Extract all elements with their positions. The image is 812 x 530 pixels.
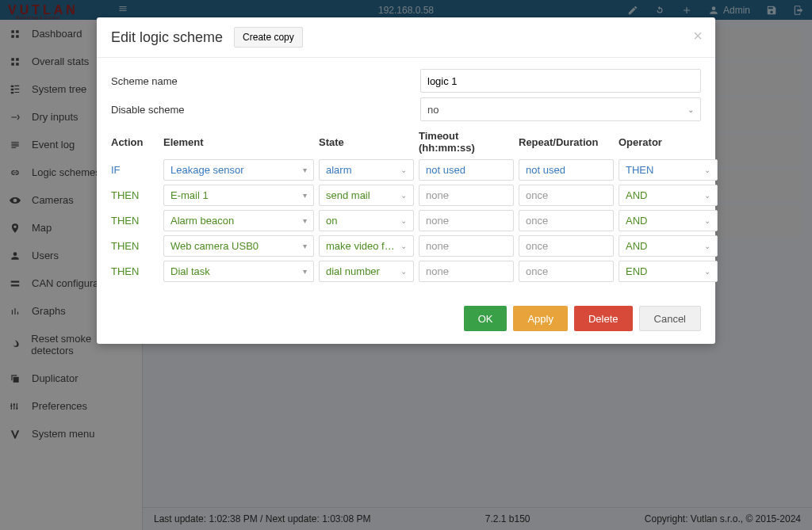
caret-down-icon: ⌄ <box>400 166 407 174</box>
logic-rules-table: Action Element State Timeout (hh:mm:ss) … <box>111 129 701 283</box>
state-select[interactable]: dial number⌄ <box>319 261 414 282</box>
caret-down-icon: ⌄ <box>400 216 407 225</box>
repeat-value[interactable]: not used <box>519 159 614 181</box>
create-copy-button[interactable]: Create copy <box>234 27 303 48</box>
caret-down-icon: ⌄ <box>400 242 407 250</box>
element-select[interactable]: E-mail 1▾ <box>163 185 314 206</box>
delete-button[interactable]: Delete <box>574 306 633 331</box>
state-select[interactable]: send mail⌄ <box>319 185 414 206</box>
state-select[interactable]: make video for log⌄ <box>319 235 414 257</box>
caret-down-icon: ⌄ <box>704 267 710 276</box>
element-select[interactable]: Alarm beacon▾ <box>163 210 314 231</box>
logic-rule-row: IF Leakage sensor▾ alarm⌄ not used not u… <box>111 158 701 181</box>
th-action: Action <box>111 136 159 150</box>
timeout-value[interactable]: none <box>419 235 514 257</box>
rule-action: THEN <box>111 189 159 201</box>
disable-scheme-value: no <box>427 104 439 116</box>
scheme-name-label: Scheme name <box>111 75 420 87</box>
repeat-value[interactable]: once <box>519 235 614 257</box>
scheme-name-input[interactable] <box>420 69 701 93</box>
caret-down-icon: ▾ <box>303 166 307 174</box>
caret-down-icon: ▾ <box>303 242 307 250</box>
timeout-value[interactable]: not used <box>419 159 514 181</box>
logic-rule-row: THEN E-mail 1▾ send mail⌄ none once AND⌄ <box>111 184 701 207</box>
operator-select[interactable]: THEN⌄ <box>619 159 718 181</box>
logic-rule-row: THEN Alarm beacon▾ on⌄ none once AND⌄ <box>111 209 701 232</box>
logic-rule-row: THEN Web camera USB0▾ make video for log… <box>111 234 701 257</box>
operator-select[interactable]: AND⌄ <box>619 235 718 257</box>
timeout-value[interactable]: none <box>419 185 514 206</box>
modal-title: Edit logic scheme <box>111 29 223 46</box>
disable-scheme-select[interactable]: no ⌄ <box>420 97 701 121</box>
th-element: Element <box>163 136 314 150</box>
edit-logic-scheme-modal: Edit logic scheme Create copy × Scheme n… <box>97 17 715 344</box>
rule-action: THEN <box>111 265 159 277</box>
logic-rule-row: THEN Dial task▾ dial number⌄ none once E… <box>111 260 701 283</box>
repeat-value[interactable]: once <box>519 185 614 206</box>
rule-action: IF <box>111 164 159 176</box>
caret-down-icon: ▾ <box>303 191 307 200</box>
operator-select[interactable]: AND⌄ <box>619 185 718 206</box>
repeat-value[interactable]: once <box>519 210 614 231</box>
th-timeout: Timeout (hh:mm:ss) <box>419 130 514 155</box>
ok-button[interactable]: OK <box>464 306 508 331</box>
rule-action: THEN <box>111 215 159 227</box>
caret-down-icon: ⌄ <box>704 166 710 174</box>
element-select[interactable]: Web camera USB0▾ <box>163 235 314 257</box>
timeout-value[interactable]: none <box>419 210 514 231</box>
caret-down-icon: ⌄ <box>400 191 407 200</box>
operator-select[interactable]: END⌄ <box>619 261 718 282</box>
element-select[interactable]: Leakage sensor▾ <box>163 159 314 181</box>
caret-down-icon: ⌄ <box>704 242 710 250</box>
caret-down-icon: ▾ <box>303 216 307 225</box>
state-select[interactable]: on⌄ <box>319 210 414 231</box>
caret-down-icon: ▾ <box>303 267 307 276</box>
timeout-value[interactable]: none <box>419 261 514 282</box>
repeat-value[interactable]: once <box>519 261 614 282</box>
cancel-button[interactable]: Cancel <box>639 306 701 331</box>
th-operator: Operator <box>619 136 718 150</box>
disable-scheme-label: Disable scheme <box>111 104 420 116</box>
rule-action: THEN <box>111 240 159 252</box>
close-icon[interactable]: × <box>693 27 703 45</box>
caret-down-icon: ⌄ <box>704 191 710 200</box>
operator-select[interactable]: AND⌄ <box>619 210 718 231</box>
apply-button[interactable]: Apply <box>513 306 568 331</box>
state-select[interactable]: alarm⌄ <box>319 159 414 181</box>
modal-footer: OK Apply Delete Cancel <box>97 298 715 344</box>
th-repeat: Repeat/Duration <box>519 136 614 150</box>
chevron-down-icon: ⌄ <box>688 105 694 114</box>
caret-down-icon: ⌄ <box>704 216 710 225</box>
modal-body: Scheme name Disable scheme no ⌄ Action E… <box>97 58 715 298</box>
element-select[interactable]: Dial task▾ <box>163 261 314 282</box>
caret-down-icon: ⌄ <box>400 267 407 276</box>
th-state: State <box>319 136 414 150</box>
modal-header: Edit logic scheme Create copy × <box>97 17 715 57</box>
